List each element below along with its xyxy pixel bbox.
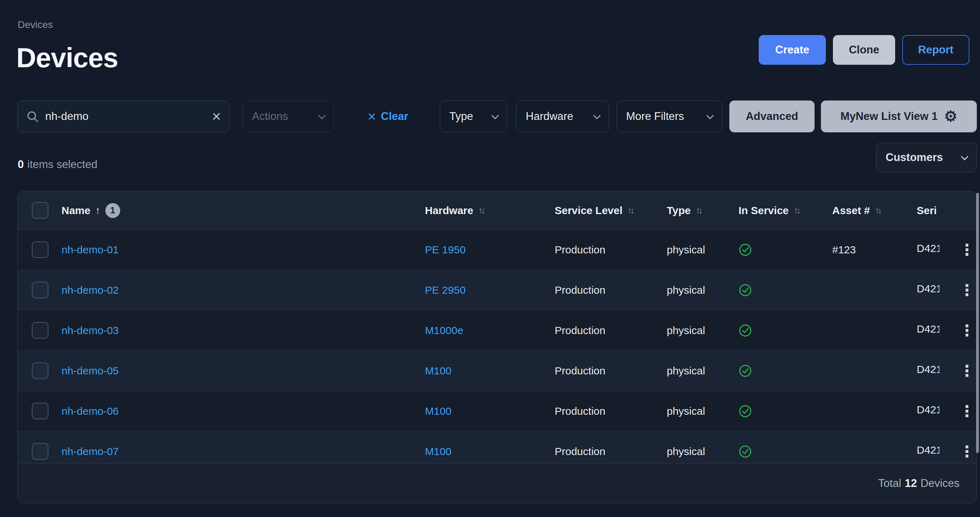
- column-header-serial[interactable]: Seri: [917, 204, 956, 217]
- total-suffix: Devices: [921, 477, 959, 490]
- row-actions-kebab-icon[interactable]: ⋮: [956, 363, 977, 379]
- hardware-filter-dropdown[interactable]: Hardware: [516, 101, 609, 132]
- service-level-cell: Production: [555, 405, 667, 417]
- service-level-cell: Production: [555, 365, 667, 377]
- in-service-check-icon: [738, 404, 752, 418]
- row-checkbox[interactable]: [32, 241, 48, 258]
- row-actions-kebab-icon[interactable]: ⋮: [956, 444, 977, 459]
- chevron-down-icon: [492, 112, 499, 119]
- sort-priority-badge: 1: [105, 203, 120, 218]
- total-count: 12: [905, 477, 917, 490]
- service-level-cell: Production: [555, 445, 667, 458]
- total-label: Total: [878, 477, 901, 490]
- device-name-link[interactable]: nh-demo-03: [62, 324, 119, 336]
- sort-icon: ↑↓: [875, 205, 882, 215]
- chevron-down-icon: [961, 153, 968, 160]
- create-button[interactable]: Create: [759, 35, 826, 65]
- device-name-link[interactable]: nh-demo-02: [62, 284, 119, 296]
- select-all-checkbox[interactable]: [32, 202, 48, 219]
- report-button[interactable]: Report: [902, 35, 969, 65]
- device-name-link[interactable]: nh-demo-05: [62, 365, 119, 377]
- column-header-hardware[interactable]: Hardware ↑↓: [425, 204, 555, 217]
- column-header-asset[interactable]: Asset # ↑↓: [832, 204, 917, 217]
- row-checkbox[interactable]: [32, 322, 48, 339]
- search-input[interactable]: [45, 110, 205, 123]
- actions-dropdown[interactable]: Actions: [242, 101, 334, 132]
- table-row: nh-demo-03 M1000e Production physical D4…: [18, 310, 977, 351]
- clear-filters-x-icon: ×: [368, 109, 376, 123]
- device-name-link[interactable]: nh-demo-01: [62, 244, 119, 255]
- service-level-cell: Production: [555, 324, 667, 337]
- type-cell: physical: [667, 405, 738, 417]
- column-header-in-service[interactable]: In Service ↑↓: [738, 204, 832, 217]
- type-cell: physical: [667, 284, 738, 296]
- type-cell: physical: [667, 244, 738, 256]
- filter-bar: × Actions × Clear Type Hardware More Fil…: [18, 101, 977, 132]
- search-box[interactable]: ×: [18, 101, 230, 132]
- table-row: nh-demo-07 M100 Production physical D421…: [18, 431, 977, 463]
- row-actions-kebab-icon[interactable]: ⋮: [956, 282, 977, 298]
- chevron-down-icon: [706, 112, 714, 119]
- serial-cell: D421: [917, 283, 939, 295]
- row-checkbox[interactable]: [32, 403, 48, 419]
- clear-search-icon[interactable]: ×: [212, 109, 221, 124]
- hardware-link[interactable]: M100: [425, 365, 452, 377]
- column-header-service-level[interactable]: Service Level ↑↓: [555, 204, 667, 217]
- hardware-link[interactable]: PE 2950: [425, 284, 466, 296]
- table-body: nh-demo-01 PE 1950 Production physical #…: [18, 230, 977, 463]
- row-actions-kebab-icon[interactable]: ⋮: [956, 323, 977, 338]
- sort-icon: ↑↓: [478, 205, 485, 215]
- list-view-button[interactable]: MyNew List View 1 ⚙: [821, 101, 977, 132]
- sort-ascending-icon: ↑: [95, 205, 100, 216]
- type-filter-dropdown[interactable]: Type: [440, 101, 508, 132]
- table-footer: Total 12 Devices: [18, 463, 977, 503]
- sort-icon: ↑↓: [627, 205, 635, 215]
- header-actions: Create Clone Report: [759, 35, 969, 65]
- serial-cell: D421: [917, 404, 939, 416]
- row-checkbox[interactable]: [32, 362, 48, 379]
- serial-cell: D421: [917, 323, 939, 335]
- sort-icon: ↑↓: [794, 205, 801, 215]
- in-service-check-icon: [738, 445, 752, 458]
- column-header-name[interactable]: Name ↑ 1: [62, 203, 425, 218]
- advanced-button[interactable]: Advanced: [729, 101, 815, 132]
- service-level-cell: Production: [555, 284, 667, 296]
- chevron-down-icon: [318, 112, 326, 119]
- vertical-scrollbar[interactable]: [976, 193, 979, 453]
- serial-cell: D421: [917, 243, 939, 254]
- asset-cell: #123: [832, 244, 917, 256]
- clear-filters-button[interactable]: × Clear: [368, 109, 417, 123]
- service-level-cell: Production: [555, 244, 667, 256]
- page-title: Devices: [16, 42, 118, 74]
- hardware-link[interactable]: M100: [425, 405, 452, 417]
- sort-icon: ↑↓: [696, 205, 703, 215]
- in-service-check-icon: [738, 243, 752, 257]
- type-cell: physical: [667, 445, 738, 458]
- devices-table: Name ↑ 1 Hardware ↑↓ Service Level ↑↓ Ty…: [18, 191, 977, 503]
- in-service-check-icon: [738, 284, 752, 297]
- row-checkbox[interactable]: [32, 443, 48, 460]
- table-row: nh-demo-02 PE 2950 Production physical D…: [18, 270, 977, 310]
- table-row: nh-demo-06 M100 Production physical D421…: [18, 391, 977, 431]
- row-actions-kebab-icon[interactable]: ⋮: [956, 242, 977, 258]
- in-service-check-icon: [738, 364, 752, 378]
- row-actions-kebab-icon[interactable]: ⋮: [956, 404, 977, 419]
- gear-icon: ⚙: [944, 109, 958, 124]
- column-header-type[interactable]: Type ↑↓: [667, 204, 738, 217]
- selection-status: 0items selected: [18, 158, 97, 171]
- search-icon: [26, 110, 39, 123]
- type-cell: physical: [667, 324, 738, 337]
- device-name-link[interactable]: nh-demo-06: [62, 405, 119, 417]
- row-checkbox[interactable]: [32, 282, 48, 298]
- chevron-down-icon: [593, 112, 601, 119]
- table-row: nh-demo-05 M100 Production physical D421…: [18, 351, 977, 391]
- selection-count: 0: [18, 158, 24, 171]
- hardware-link[interactable]: M1000e: [425, 324, 463, 336]
- hardware-link[interactable]: M100: [425, 445, 452, 457]
- customers-dropdown[interactable]: Customers: [876, 143, 977, 172]
- hardware-link[interactable]: PE 1950: [425, 244, 466, 255]
- breadcrumb[interactable]: Devices: [18, 19, 53, 30]
- more-filters-dropdown[interactable]: More Filters: [617, 101, 722, 132]
- clone-button[interactable]: Clone: [833, 35, 895, 65]
- device-name-link[interactable]: nh-demo-07: [62, 445, 119, 457]
